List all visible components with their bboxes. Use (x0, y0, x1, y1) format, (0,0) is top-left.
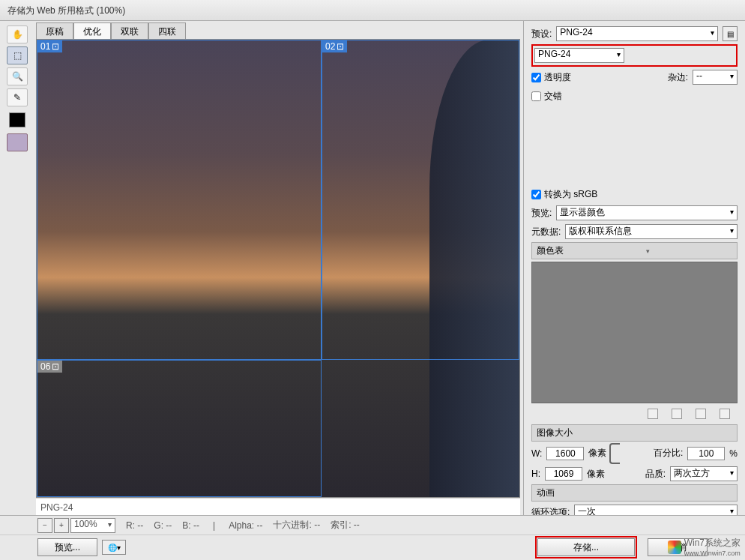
tool-column: ✋ ⬚ 🔍 ✎ (0, 21, 34, 541)
eyedropper-tool[interactable]: ✎ (7, 88, 28, 106)
slice-02[interactable]: 02⊡ (322, 40, 519, 360)
slice-01[interactable]: 01⊡ (37, 40, 322, 360)
transparency-checkbox[interactable] (531, 73, 541, 82)
bottom-bar: − + 100% R: -- G: -- B: -- | Alpha: -- 十… (0, 515, 745, 560)
metadata-label: 元数据: (531, 226, 561, 238)
srgb-label: 转换为 sRGB (544, 188, 597, 201)
tab-2up[interactable]: 双联 (111, 22, 148, 39)
link-dimensions-icon[interactable] (609, 443, 620, 464)
width-input[interactable] (546, 447, 584, 460)
slice-tag: 01⊡ (37, 40, 62, 52)
status-g: G: -- (154, 520, 172, 531)
preview-tabs: 原稿 优化 双联 四联 (36, 22, 520, 39)
save-button[interactable]: 存储... (537, 538, 635, 556)
px-label-2: 像素 (587, 468, 605, 481)
slice-06[interactable]: 06⊡ (37, 360, 322, 497)
matte-label: 杂边: (668, 71, 688, 84)
width-label: W: (531, 448, 542, 459)
percent-sign: % (729, 448, 738, 459)
color-table-header[interactable]: 颜色表 ▾ (531, 242, 738, 259)
preview-canvas[interactable]: 01⊡02⊡06⊡ (36, 39, 520, 498)
status-b: B: -- (182, 520, 199, 531)
hand-tool[interactable]: ✋ (7, 25, 28, 43)
color-add-icon[interactable] (696, 409, 706, 419)
height-input[interactable] (545, 467, 582, 481)
foreground-swatch[interactable] (9, 112, 25, 127)
preview-profile-label: 预览: (531, 207, 552, 220)
status-index: 索引: -- (331, 519, 360, 532)
interlace-checkbox[interactable] (531, 91, 541, 101)
window-title: 存储为 Web 所用格式 (100%) (0, 0, 745, 21)
status-r: R: -- (126, 520, 143, 531)
slice-tag: 06⊡ (37, 361, 62, 373)
interlace-label: 交错 (544, 90, 562, 103)
metadata-dropdown[interactable]: 版权和联系信息 (565, 224, 738, 239)
status-hex: 十六进制: -- (273, 519, 320, 532)
px-label-1: 像素 (588, 447, 606, 460)
percent-input[interactable] (687, 447, 725, 460)
color-lock-icon[interactable] (648, 409, 658, 419)
zoom-tool[interactable]: 🔍 (7, 67, 28, 85)
tab-optimized[interactable]: 优化 (73, 22, 111, 39)
watermark-logo-icon (668, 541, 681, 554)
transparency-label: 透明度 (544, 71, 571, 84)
watermark: Win7系统之家 www.Winwin7.com (668, 537, 741, 557)
format-dropdown[interactable]: PNG-24 (534, 48, 624, 63)
preview-profile-dropdown[interactable]: 显示器颜色 (556, 205, 738, 220)
color-delete-icon[interactable] (720, 409, 730, 419)
slice-tag: 02⊡ (322, 40, 347, 52)
color-table-menu-icon[interactable]: ▾ (646, 247, 650, 255)
preset-dropdown[interactable]: PNG-24 (556, 26, 718, 41)
srgb-checkbox[interactable] (531, 190, 541, 199)
preset-menu-icon[interactable]: ▤ (723, 26, 738, 41)
percent-label: 百分比: (654, 447, 683, 460)
quality-label: 品质: (645, 468, 666, 481)
image-size-header[interactable]: 图像大小 (531, 424, 738, 442)
settings-panel: 预设: PNG-24 ▤ PNG-24 透明度 杂边: -- 交错 转换为 sR… (523, 21, 745, 541)
slice-select-tool[interactable]: ⬚ (7, 46, 28, 64)
zoom-dropdown[interactable]: 100% (70, 518, 115, 533)
info-format: PNG-24 (40, 502, 516, 514)
animation-header[interactable]: 动画 (531, 484, 738, 502)
preview-button[interactable]: 预览... (37, 538, 97, 556)
color-shift-icon[interactable] (672, 409, 682, 419)
zoom-in-button[interactable]: + (54, 518, 69, 533)
slice-visibility-toggle[interactable] (7, 133, 28, 151)
resample-dropdown[interactable]: 两次立方 (670, 466, 738, 481)
color-table[interactable] (531, 262, 738, 403)
preset-label: 预设: (531, 28, 552, 40)
tab-4up[interactable]: 四联 (148, 22, 186, 39)
status-alpha: Alpha: -- (229, 520, 262, 531)
tab-original[interactable]: 原稿 (36, 22, 73, 39)
browser-preview-icon[interactable]: 🌐▾ (102, 540, 126, 555)
height-label: H: (531, 469, 540, 479)
matte-dropdown[interactable]: -- (693, 70, 738, 85)
zoom-out-button[interactable]: − (37, 518, 52, 533)
